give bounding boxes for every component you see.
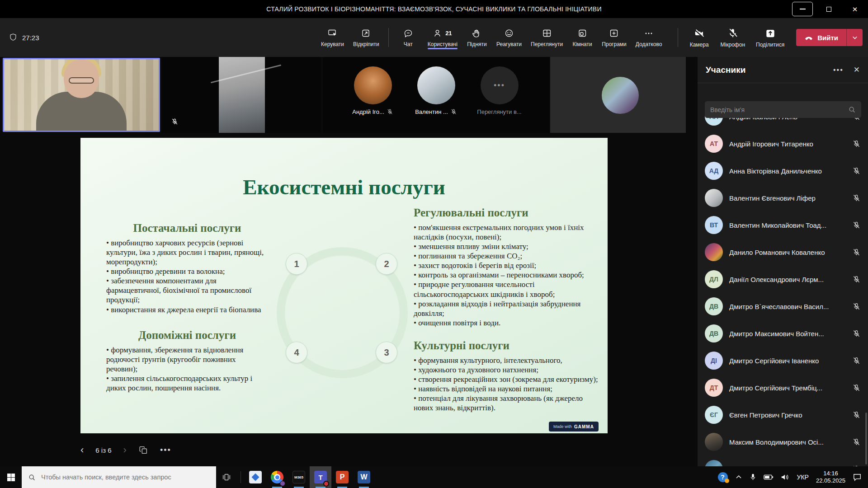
view-button[interactable]: Переглянути xyxy=(526,24,567,51)
taskbar-divider xyxy=(241,471,241,483)
mic-off-icon xyxy=(852,248,861,257)
participant-name: Данило Романович Коваленко xyxy=(729,249,846,256)
participant-label: Переглянути в... xyxy=(477,108,521,115)
mic-off-icon xyxy=(852,411,861,419)
taskbar-search-box xyxy=(22,466,216,488)
users-count-badge: 21 xyxy=(445,30,452,37)
mic-off-icon xyxy=(852,167,861,175)
tray-volume-icon[interactable] xyxy=(781,474,790,481)
participant-row[interactable]: ДВ Дмитро В`ячеславович Васил... xyxy=(698,293,868,320)
slide-more-options-button[interactable]: ••• xyxy=(160,446,171,455)
more-button[interactable]: Додатково xyxy=(631,24,667,51)
participant-row[interactable]: Валентин Євгенович Ліфер xyxy=(698,184,868,211)
active-speaker-video[interactable] xyxy=(3,58,160,132)
previous-slide-button[interactable]: ‹ xyxy=(80,445,84,455)
participant-row[interactable]: ДВ Дмитро Максимович Войтен... xyxy=(698,320,868,347)
avatar: АТ xyxy=(705,135,723,153)
panel-more-button[interactable]: ••• xyxy=(833,66,844,74)
participant-video-tile[interactable] xyxy=(550,57,686,133)
participant-row[interactable]: ДІ Дмитро Сергійович Іваненко xyxy=(698,347,868,374)
participant-row[interactable]: Максим Володимирович Осі... xyxy=(698,428,868,455)
unpin-button[interactable]: Відкріпити xyxy=(349,24,384,51)
panel-scrollbar[interactable] xyxy=(865,413,867,465)
participant-row[interactable]: ВТ Валентин Миколайович Тоад... xyxy=(698,211,868,239)
slide-bullet: • художнього та духовного натхнення; xyxy=(414,365,600,375)
next-slide-button[interactable]: › xyxy=(123,445,127,455)
tray-mic-icon[interactable] xyxy=(750,473,756,481)
start-button[interactable] xyxy=(0,466,22,488)
rooms-button[interactable]: Кімнати xyxy=(567,24,597,51)
teams-notification-dot xyxy=(323,481,329,487)
participant-name: Валентин Миколайович Тоад... xyxy=(729,221,846,229)
taskbar-app-chrome[interactable] xyxy=(266,466,288,488)
section-heading: Культурні послуги xyxy=(414,339,600,352)
tray-expand-icon[interactable] xyxy=(735,474,742,481)
slide-bullet: • використання як джерела енергії та біо… xyxy=(106,305,268,314)
hang-up-icon xyxy=(804,33,813,42)
participants-panel-header: Учасники ••• ✕ xyxy=(698,57,868,83)
keyboard-language[interactable]: УКР xyxy=(797,474,809,481)
slide-bullet: • запилення сільськогосподарських культу… xyxy=(106,374,268,393)
participant-row[interactable]: Данило Романович Коваленко xyxy=(698,239,868,266)
taskbar-clock[interactable]: 14:16 22.05.2025 xyxy=(816,470,845,484)
taskbar-app-m365[interactable]: M365 xyxy=(288,466,310,488)
share-button[interactable]: Поділитися xyxy=(751,24,789,52)
ellipsis-icon xyxy=(643,28,654,39)
users-button[interactable]: 21 Користувачі xyxy=(423,24,462,51)
react-button[interactable]: Реагувати xyxy=(492,24,526,51)
participant-row[interactable]: ЄГ Євген Петрович Гречко xyxy=(698,401,868,428)
taskbar-app-teams[interactable]: T xyxy=(310,466,331,488)
powerpoint-icon: P xyxy=(336,471,349,483)
chevron-down-icon xyxy=(852,34,858,41)
panel-close-button[interactable]: ✕ xyxy=(854,65,860,75)
slide-overview-button[interactable] xyxy=(138,445,148,455)
diagram-node-4: 4 xyxy=(286,342,307,363)
taskbar-app-word[interactable]: W xyxy=(353,466,375,488)
participant-row[interactable]: ДЛ Даніїл Олександрович Лєрм... xyxy=(698,266,868,293)
participant-avatar-tile[interactable]: ••• Переглянути в... xyxy=(470,57,529,133)
taskbar-search-input[interactable] xyxy=(41,474,210,481)
participant-name: Валентин Євгенович Ліфер xyxy=(729,194,846,202)
taskbar-app-photos[interactable] xyxy=(245,466,266,488)
taskbar-app-powerpoint[interactable]: P xyxy=(331,466,353,488)
section-heading: Допоміжні послуги xyxy=(106,329,268,342)
restore-button[interactable] xyxy=(816,0,842,18)
participant-name: Максим Володимирович Осі... xyxy=(729,438,846,446)
participant-name: Дмитро Сергійович Трембіц... xyxy=(729,384,846,392)
participant-video-tile[interactable] xyxy=(162,57,321,133)
help-tray-icon[interactable]: ? xyxy=(718,472,728,482)
manage-button[interactable]: Керувати xyxy=(316,24,349,51)
slide-bullet: • поглинання та збереження CO₂; xyxy=(414,251,600,261)
participant-avatar-tile[interactable]: Валентин ... xyxy=(406,57,466,133)
slide-left-column: Постачальні послуги • виробництво харчов… xyxy=(106,222,268,393)
minimize-icon xyxy=(800,9,806,9)
participant-row[interactable]: ДТ Дмитро Сергійович Трембіц... xyxy=(698,374,868,401)
chat-button[interactable]: Чат xyxy=(393,24,423,51)
leave-button[interactable]: Вийти xyxy=(796,29,846,46)
task-view-button[interactable] xyxy=(216,466,237,488)
participant-label: Андрій Іго... xyxy=(352,108,384,115)
microphone-button[interactable]: Мікрофон xyxy=(716,24,750,52)
participant-avatar-tile[interactable]: Андрій Іго... xyxy=(343,57,403,133)
diagram-node-1: 1 xyxy=(286,253,307,275)
slide-bullet: • пом'якшення екстремальних погодних умо… xyxy=(414,223,600,242)
section-heading: Постачальні послуги xyxy=(106,222,268,235)
notification-center-icon[interactable] xyxy=(853,473,862,481)
participant-row[interactable]: АД Анна Вікторівна Данильченко xyxy=(698,157,868,184)
participant-row[interactable]: АТ Андрій Ігорович Титаренко xyxy=(698,130,868,157)
participants-panel: Учасники ••• ✕ АЛ Андрій Іванович Лень А… xyxy=(698,57,868,466)
apps-button[interactable]: Програми xyxy=(597,24,631,51)
tray-battery-icon[interactable] xyxy=(764,474,774,480)
slide-bullet: • захист водотоків і берегів від ерозії; xyxy=(414,261,600,270)
windows-logo-icon xyxy=(7,474,15,481)
raise-hand-button[interactable]: Підняти xyxy=(462,24,492,51)
mic-off-icon xyxy=(727,28,739,39)
participant-row[interactable] xyxy=(698,455,868,466)
participant-search-input[interactable] xyxy=(710,106,848,113)
minimize-button[interactable] xyxy=(789,0,816,18)
camera-button[interactable]: Камера xyxy=(684,24,714,52)
leave-options-button[interactable] xyxy=(846,29,863,46)
clock-time: 14:16 xyxy=(816,470,845,477)
share-icon xyxy=(764,28,776,39)
close-button[interactable]: ✕ xyxy=(842,0,868,18)
